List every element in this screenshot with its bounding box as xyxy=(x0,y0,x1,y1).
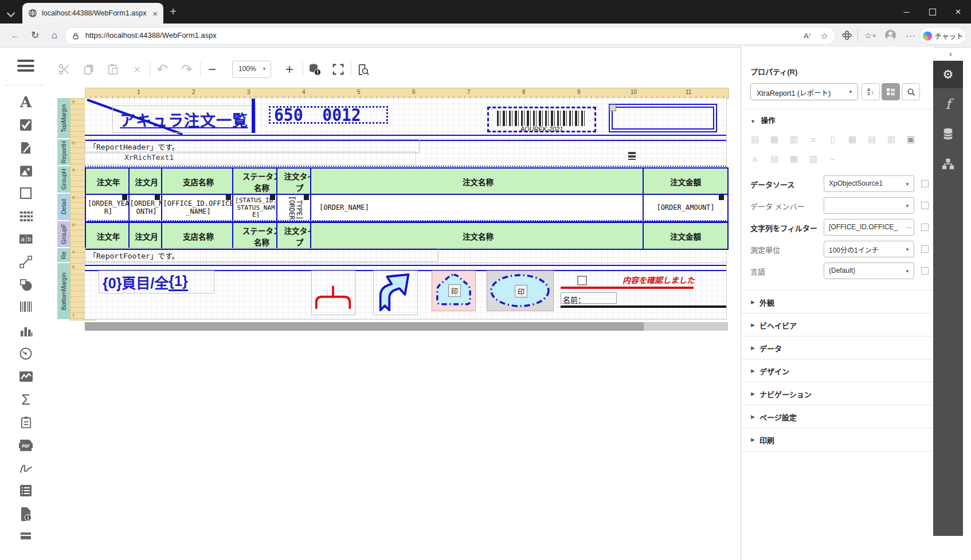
band-label-topmargin[interactable]: TopMargin xyxy=(57,98,70,138)
toolbox-table-tool[interactable] xyxy=(16,207,36,225)
section-page-settings[interactable]: ▶ページ設定 xyxy=(741,405,934,428)
action-icon[interactable]: ▤ xyxy=(748,133,762,146)
zoom-in-button[interactable]: + xyxy=(280,61,299,78)
property-marker[interactable] xyxy=(921,224,929,231)
action-icon[interactable]: ▥ xyxy=(806,152,820,165)
action-icon[interactable]: ▥ xyxy=(884,133,898,146)
panel-collapse-icon[interactable]: › xyxy=(949,49,952,58)
name-field-control[interactable]: 名前： xyxy=(561,292,617,304)
toolbox-pageinfo-tool[interactable] xyxy=(16,505,36,523)
toolbox-signature-tool[interactable] xyxy=(16,459,36,477)
url-field[interactable]: https://localhost:44388/WebForm1.aspx A⁾… xyxy=(64,27,836,45)
toolbox-label-tool[interactable]: A xyxy=(16,93,36,111)
barcode-control[interactable]: AQUREK-2021 xyxy=(487,107,596,132)
back-icon[interactable]: ← xyxy=(7,24,24,47)
properties-tab-gear-icon[interactable]: ⚙ xyxy=(933,61,963,88)
scrollbar-thumb[interactable] xyxy=(85,322,644,331)
actions-section-header[interactable]: ▼ 操作 xyxy=(750,115,775,126)
report-explorer-tab-icon[interactable] xyxy=(933,150,963,178)
smart-tag-icon[interactable] xyxy=(628,152,636,160)
datasource-dropdown[interactable]: XpObjectSource1 ▼ xyxy=(824,175,914,192)
property-marker[interactable] xyxy=(921,245,929,253)
designer-menu-button[interactable] xyxy=(17,60,34,75)
ellipsis-button[interactable]: ... xyxy=(906,222,911,229)
profile-avatar[interactable] xyxy=(882,24,899,47)
favorites-bar-icon[interactable]: ☆≡ xyxy=(862,24,879,47)
filter-string-editor[interactable]: [OFFICE_ID.OFFICE_ID] ... xyxy=(824,219,914,236)
search-button[interactable] xyxy=(902,83,920,100)
reportfooter-label[interactable]: 「ReportFooter」です。 xyxy=(85,248,438,262)
header-cell[interactable]: 注文月 xyxy=(128,167,165,195)
section-print[interactable]: ▶印刷 xyxy=(741,428,934,452)
favorite-star-icon[interactable]: ☆ xyxy=(817,28,832,44)
action-icon[interactable]: ≡ xyxy=(806,133,820,146)
vertical-line-control[interactable] xyxy=(252,99,255,133)
tab-close-icon[interactable]: × xyxy=(152,9,158,18)
action-icon[interactable]: ▦ xyxy=(845,133,859,146)
section-design[interactable]: ▶デザイン xyxy=(741,359,934,382)
toolbox-charactercomb-tool[interactable]: a b xyxy=(16,230,36,248)
section-behavior[interactable]: ▶ビヘイビア xyxy=(741,313,934,336)
selection-grip[interactable] xyxy=(270,195,275,200)
toolbox-richtext-tool[interactable] xyxy=(16,139,36,157)
refresh-icon[interactable]: ↻ xyxy=(26,24,44,47)
fullscreen-button[interactable] xyxy=(328,61,348,78)
toolbox-pivotgrid-tool[interactable]: Σ xyxy=(16,390,36,409)
band-label-bottommargin[interactable]: BottomMargin xyxy=(57,263,70,319)
red-line-control[interactable] xyxy=(561,287,694,289)
footer-header-cell[interactable]: 注文名称 xyxy=(310,222,646,250)
redo-button[interactable]: ↷ xyxy=(177,61,197,78)
toolbox-sparkline-tool[interactable] xyxy=(16,367,36,386)
validate-data-bindings-button[interactable] xyxy=(305,61,324,78)
selection-grip[interactable] xyxy=(226,195,231,200)
language-dropdown[interactable]: (Default) ▼ xyxy=(824,263,914,279)
delete-button[interactable]: × xyxy=(127,61,147,78)
checkbox-control[interactable] xyxy=(577,276,587,285)
copilot-chat-button[interactable]: チャット xyxy=(919,27,966,45)
toolbox-pdfcontent-tool[interactable]: PDF xyxy=(16,436,36,455)
header-cell[interactable]: 注文金額 xyxy=(643,167,729,195)
report-title-label[interactable]: アキュラ注文一覧 xyxy=(112,105,256,133)
header-cell[interactable]: 注文名称 xyxy=(310,167,646,195)
selection-grip[interactable] xyxy=(609,104,616,111)
undo-button[interactable]: ↶ xyxy=(152,61,172,78)
home-icon[interactable]: ⌂ xyxy=(46,24,63,47)
richtext-control[interactable]: XrRichText1 xyxy=(85,151,416,165)
extensions-icon[interactable] xyxy=(838,24,855,47)
action-icon[interactable]: ▯ xyxy=(826,133,840,146)
sort-az-button[interactable]: AZ ↓ xyxy=(862,83,880,100)
stamp-ellipse-control[interactable]: 印 xyxy=(487,271,554,311)
toolbox-barcode-tool[interactable] xyxy=(16,297,36,316)
action-icon[interactable]: ▦ xyxy=(787,152,801,165)
selection-grip[interactable] xyxy=(155,195,160,200)
datamember-dropdown[interactable]: ▼ xyxy=(824,197,914,214)
footer-header-cell[interactable]: 注文年 xyxy=(85,222,132,250)
band-label-groupheader[interactable]: GroupH xyxy=(57,166,70,193)
section-appearance[interactable]: ▶外観 xyxy=(741,290,934,314)
report-selector-dropdown[interactable]: XtraReport1 (レポート) ▼ xyxy=(750,83,858,100)
action-icon[interactable]: ▣ xyxy=(904,133,918,146)
band-label-reportheader[interactable]: ReportH xyxy=(57,139,70,165)
toolbox-pagebreak-tool[interactable] xyxy=(16,413,36,432)
browser-tab[interactable]: localhost:44388/WebForm1.aspx × xyxy=(22,3,163,24)
confirm-text-label[interactable]: 内容を確認しました xyxy=(622,274,695,285)
footer-header-cell[interactable]: 支店名称 xyxy=(161,222,236,250)
toolbox-panel-tool[interactable] xyxy=(16,184,36,202)
band-label-reportfooter[interactable]: Re xyxy=(57,248,70,262)
toolbox-crossband-tool[interactable] xyxy=(16,530,36,541)
section-navigation[interactable]: ▶ナビゲーション xyxy=(741,382,934,405)
more-menu-icon[interactable]: ··· xyxy=(902,24,919,47)
property-marker[interactable] xyxy=(921,267,929,275)
window-close-button[interactable]: × xyxy=(945,0,971,24)
selection-grip[interactable] xyxy=(719,195,724,200)
toolbox-tableofcontents-tool[interactable] xyxy=(16,481,36,500)
detail-cell[interactable]: [ORDER_NAME] xyxy=(310,194,654,222)
toolbox-chart-tool[interactable] xyxy=(16,322,36,340)
page-info-control[interactable]: {0}頁目/全 {1} xyxy=(99,271,214,293)
expressions-tab-icon[interactable]: f xyxy=(933,91,963,118)
action-icon[interactable]: ▤ xyxy=(768,152,781,165)
tab-search-chevron-icon[interactable] xyxy=(8,8,14,18)
preview-button[interactable] xyxy=(353,61,373,78)
action-icon[interactable]: ▦ xyxy=(768,133,781,146)
toolbox-gauge-tool[interactable] xyxy=(16,344,36,363)
